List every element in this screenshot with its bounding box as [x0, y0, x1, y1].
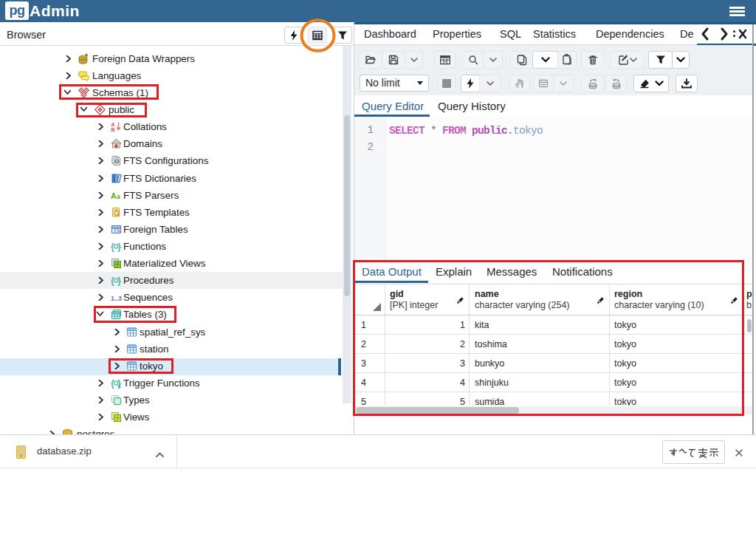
svg-text:A: A [111, 122, 115, 127]
svg-text:A: A [111, 191, 117, 200]
svg-text:B: B [111, 127, 115, 132]
svg-text:1..3: 1..3 [111, 295, 122, 302]
svg-text:a: a [117, 193, 120, 200]
